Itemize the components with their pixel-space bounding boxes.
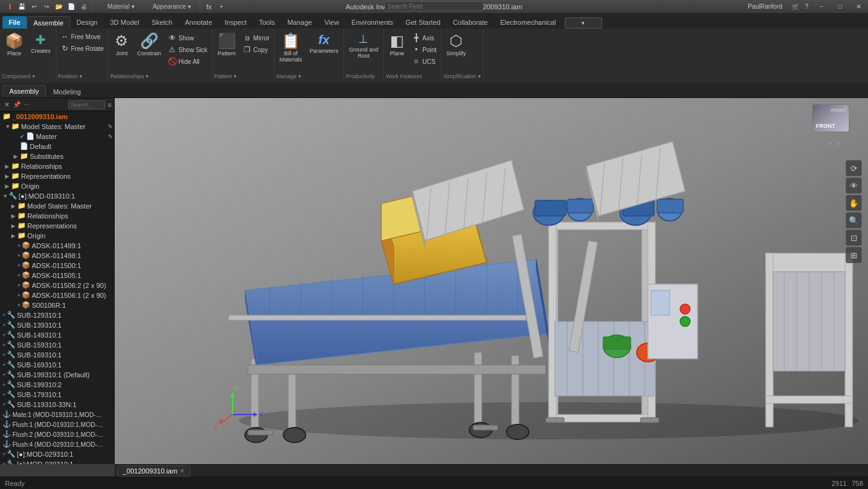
viewport[interactable]: X Y Z I AUTODESK® INVENTOR® 2022 FRONT R… bbox=[115, 98, 868, 464]
axis-btn[interactable]: ╋ Axis bbox=[409, 32, 439, 43]
tree-item-adsk011498[interactable]: + 📦 ADSK-011498:1 bbox=[0, 251, 114, 261]
tree-item-sub169310b[interactable]: + 🔧 SUB-169310:1 bbox=[0, 360, 114, 370]
tab-tools[interactable]: Tools bbox=[253, 16, 281, 29]
group-manage-label[interactable]: Manage ▾ bbox=[277, 72, 342, 79]
full-navigation-btn[interactable]: ⊞ bbox=[846, 247, 862, 263]
tree-item-substitutes[interactable]: ▶ 📁 Substitutes bbox=[0, 151, 114, 161]
tab-sketch[interactable]: Sketch bbox=[146, 16, 179, 29]
zoom-all-btn[interactable]: ⊡ bbox=[846, 230, 862, 246]
tree-item-master[interactable]: ✔ 📄 Master ✎ bbox=[0, 132, 114, 141]
material-dropdown[interactable]: Material ▾ bbox=[96, 1, 146, 12]
parameters-btn[interactable]: fx Parameters bbox=[306, 31, 342, 71]
panel-tab-modeling[interactable]: Modeling bbox=[47, 86, 87, 97]
tree-item-representations[interactable]: ▶ 📁 Representations bbox=[0, 171, 114, 181]
appearance-dropdown[interactable]: Appearance ▾ bbox=[147, 1, 197, 12]
tree-item-sub119310[interactable]: + 🔧 SUB-119310-33N:1 bbox=[0, 400, 114, 410]
doc-tab-main[interactable]: _0012009310.iam ✕ bbox=[117, 465, 190, 477]
free-rotate-btn[interactable]: ↻ Free Rotate bbox=[58, 43, 107, 54]
user-icon[interactable]: PaulRanford bbox=[740, 1, 790, 12]
tree-item-rep2[interactable]: ▶ 📁 Representations bbox=[0, 221, 114, 231]
group-position-label[interactable]: Position ▾ bbox=[58, 72, 107, 79]
viewcube-box[interactable]: FRONT RIGHT bbox=[812, 104, 849, 132]
tree-item-sub179310[interactable]: + 🔧 SUB-179310:1 bbox=[0, 390, 114, 400]
simplify-btn[interactable]: ⬡ Simplify bbox=[443, 31, 469, 71]
sidebar-pin-btn[interactable]: 📌 bbox=[12, 101, 21, 109]
orbit-btn[interactable]: ⟳ bbox=[846, 160, 862, 176]
tree-item-flush1[interactable]: ⚓ Flush:1 (MOD-019310:1,MOD-039310:1 bbox=[0, 419, 114, 429]
tab-design[interactable]: Design bbox=[70, 16, 104, 29]
free-move-btn[interactable]: ↔ Free Move bbox=[58, 31, 107, 42]
tree-item-mod039310[interactable]: + 🔧 [●]:MOD-039310:1 bbox=[0, 459, 114, 464]
tab-expand[interactable]: ▾ bbox=[565, 17, 602, 29]
group-simplification-label[interactable]: Simplification ▾ bbox=[443, 72, 481, 79]
tree-root[interactable]: 📁 _0012009310.iam bbox=[0, 112, 114, 122]
tab-getstarted[interactable]: Get Started bbox=[399, 16, 446, 29]
tab-environments[interactable]: Environments bbox=[345, 16, 399, 29]
tree-item-mate1[interactable]: ⚓ Mate:1 (MOD-019310:1,MOD-039310:1 bbox=[0, 410, 114, 419]
tree-item-adsk011506-2[interactable]: + 📦 ADSK-011506:2 (2 x 90) bbox=[0, 280, 114, 290]
ucs-btn[interactable]: ⌗ UCS bbox=[409, 56, 439, 67]
tab-electromechanical[interactable]: Electromechanical bbox=[494, 16, 562, 29]
help-icon[interactable]: ? bbox=[801, 1, 812, 12]
minimize-btn[interactable]: − bbox=[812, 0, 831, 14]
tab-view[interactable]: View bbox=[318, 16, 345, 29]
tree-item-mod029310[interactable]: + 🔧 [●]:MOD-029310:1 bbox=[0, 449, 114, 459]
cart-icon[interactable]: 🛒 bbox=[790, 1, 801, 12]
point-btn[interactable]: • Point bbox=[409, 44, 439, 55]
tree-item-adsk011500[interactable]: + 📦 ADSK-011500:1 bbox=[0, 261, 114, 271]
quick-redo-btn[interactable]: ↪ bbox=[41, 1, 52, 12]
place-btn[interactable]: 📦 Place bbox=[2, 31, 27, 71]
tree-item-flush2[interactable]: ⚓ Flush:2 (MOD-039310:1,MOD-019310:1 bbox=[0, 429, 114, 439]
quick-new-btn[interactable]: 📄 bbox=[66, 1, 77, 12]
pan-btn[interactable]: ✋ bbox=[846, 195, 862, 211]
panel-tab-assembly[interactable]: Assembly bbox=[2, 85, 46, 97]
constrain-btn[interactable]: 🔗 Constrain bbox=[134, 31, 164, 71]
tree-item-ms-master[interactable]: ▶ 📁 Model States: Master bbox=[0, 201, 114, 211]
viewcube[interactable]: FRONT RIGHT NS bbox=[812, 104, 862, 154]
tab-manage[interactable]: Manage bbox=[281, 16, 318, 29]
browser-search[interactable] bbox=[68, 101, 105, 109]
quick-save-btn[interactable]: 💾 bbox=[16, 1, 27, 12]
tab-file[interactable]: File bbox=[2, 16, 27, 29]
tree-item-relationships[interactable]: ▶ 📁 Relationships bbox=[0, 161, 114, 171]
show-btn[interactable]: 👁 Show bbox=[166, 32, 210, 43]
fx-btn[interactable]: fx bbox=[203, 1, 215, 12]
tree-item-sub169310[interactable]: + 🔧 SUB-169310:1 bbox=[0, 350, 114, 360]
tree-item-sub159310[interactable]: + 🔧 SUB-159310:1 bbox=[0, 340, 114, 350]
group-component-label[interactable]: Component ▾ bbox=[2, 72, 54, 79]
show-sick-btn[interactable]: ⚠ Show Sick bbox=[166, 44, 210, 55]
ground-root-btn[interactable]: ⊥ Ground andRoot bbox=[346, 31, 382, 71]
group-relationships-label[interactable]: Relationships ▾ bbox=[110, 72, 210, 79]
tree-item-sub199310-2[interactable]: + 🔧 SUB-199310:2 bbox=[0, 380, 114, 390]
browser-filter-btn[interactable]: ≡ bbox=[108, 101, 112, 109]
maximize-btn[interactable]: □ bbox=[831, 0, 849, 14]
zoom-btn[interactable]: 🔍 bbox=[846, 212, 862, 228]
global-search-input[interactable] bbox=[384, 1, 484, 11]
tab-collaborate[interactable]: Collaborate bbox=[446, 16, 494, 29]
tab-inspect[interactable]: Inspect bbox=[218, 16, 252, 29]
more-tools-btn[interactable]: + bbox=[216, 1, 227, 12]
tree-item-adsk011499[interactable]: + 📦 ADSK-011499:1 bbox=[0, 241, 114, 251]
tree-item-origin2[interactable]: ▶ 📁 Origin bbox=[0, 231, 114, 241]
tree-item-flush4[interactable]: ⚓ Flush:4 (MOD-029310:1,MOD-019310:1 bbox=[0, 439, 114, 449]
tree-item-s00106r[interactable]: + 📦 S00106R:1 bbox=[0, 300, 114, 310]
look-at-btn[interactable]: 👁 bbox=[846, 177, 862, 194]
tree-item-sub129310[interactable]: + 🔧 SUB-129310:1 bbox=[0, 310, 114, 320]
tree-item-mod019310[interactable]: ▼ 🔧 [●]:MOD-019310:1 bbox=[0, 191, 114, 201]
group-pattern-label[interactable]: Pattern ▾ bbox=[215, 72, 272, 79]
tab-annotate[interactable]: Annotate bbox=[179, 16, 218, 29]
tree-item-sub149310[interactable]: + 🔧 SUB-149310:1 bbox=[0, 330, 114, 340]
copy-btn[interactable]: ❐ Copy bbox=[241, 44, 272, 55]
plane-btn[interactable]: ◧ Plane bbox=[386, 31, 408, 71]
sidebar-more-btn[interactable]: ⋯ bbox=[22, 101, 31, 109]
tree-item-rel2[interactable]: ▶ 📁 Relationships bbox=[0, 211, 114, 221]
tree-item-sub139310[interactable]: + 🔧 SUB-139310:1 bbox=[0, 320, 114, 330]
tab-3dmodel[interactable]: 3D Model bbox=[104, 16, 146, 29]
pattern-btn[interactable]: ⬛ Pattern bbox=[215, 31, 239, 71]
mirror-btn[interactable]: ⧈ Mirror bbox=[241, 32, 272, 43]
close-btn[interactable]: ✕ bbox=[849, 0, 868, 14]
joint-btn[interactable]: ⚙ Joint bbox=[110, 31, 133, 71]
tree-item-adsk011506-1[interactable]: + 📦 ADSK-011506:1 (2 x 90) bbox=[0, 290, 114, 300]
tab-assemble[interactable]: Assemble bbox=[27, 16, 70, 29]
create-btn[interactable]: ✚ Creates bbox=[28, 31, 54, 71]
